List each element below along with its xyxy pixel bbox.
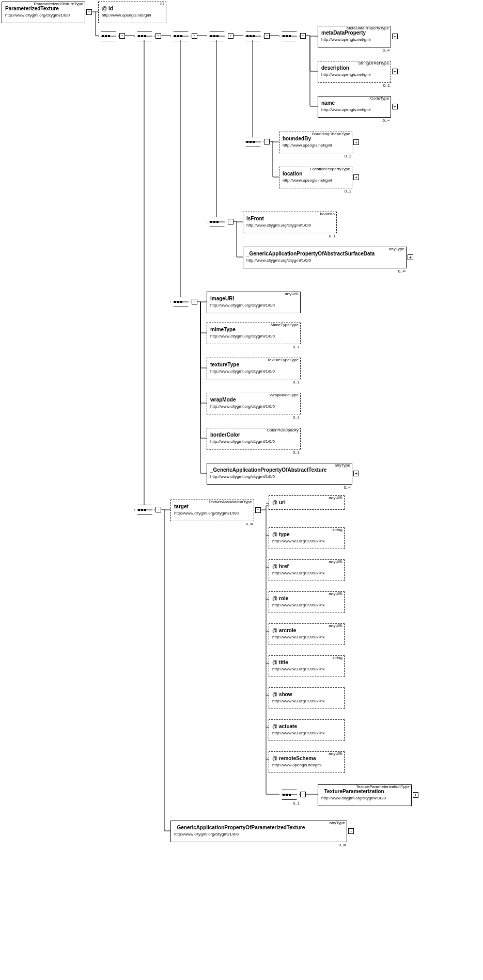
type-label: TextureParameterizationType bbox=[356, 784, 410, 789]
sequence-icon bbox=[134, 505, 155, 515]
sequence-icon bbox=[279, 31, 300, 41]
namespace: http://www.citygml.org/citygml/1/0/0 bbox=[207, 404, 300, 411]
cardinality: 0..∞ bbox=[372, 48, 390, 53]
element-name: _GenericApplicationPropertyOfParameteriz… bbox=[171, 821, 347, 832]
attribute-box: anyURIarcrolehttp://www.w3.org/1999/xlin… bbox=[269, 623, 345, 645]
namespace: http://www.w3.org/1999/xlink bbox=[269, 731, 344, 738]
collapse-icon[interactable]: - bbox=[300, 33, 306, 39]
element-name: _GenericApplicationPropertyOfAbstractSur… bbox=[243, 247, 406, 258]
collapse-icon[interactable]: - bbox=[300, 792, 306, 797]
type-label: string bbox=[332, 527, 342, 532]
sequence-icon bbox=[170, 31, 191, 41]
type-label: anyURI bbox=[329, 495, 342, 500]
cardinality: 0..∞ bbox=[320, 843, 346, 847]
attr-name: show bbox=[269, 688, 344, 699]
sequence-icon bbox=[243, 137, 263, 147]
namespace: http://www.opengis.net/gml bbox=[99, 13, 166, 20]
namespace: http://www.w3.org/1999/xlink bbox=[269, 667, 344, 674]
type-label: LocationPropertyType bbox=[310, 167, 350, 171]
namespace: http://www.citygml.org/citygml/1/0/0 bbox=[207, 334, 300, 341]
namespace: http://www.opengis.net/gml bbox=[279, 178, 352, 185]
collapse-icon[interactable]: - bbox=[264, 33, 270, 39]
expand-icon[interactable]: + bbox=[353, 471, 359, 476]
cardinality: 0..1 bbox=[331, 189, 351, 194]
sequence-icon bbox=[134, 31, 155, 41]
namespace: http://www.citygml.org/citygml/1/0/0 bbox=[2, 13, 85, 20]
expand-icon[interactable]: + bbox=[353, 139, 359, 145]
collapse-icon[interactable]: - bbox=[86, 9, 92, 15]
cardinality: 0..∞ bbox=[385, 269, 406, 274]
namespace: http://www.w3.org/1999/xlink bbox=[269, 539, 344, 546]
collapse-icon[interactable]: - bbox=[228, 33, 233, 39]
namespace: http://www.citygml.org/citygml/1/0/0 bbox=[207, 369, 300, 376]
expand-icon[interactable]: + bbox=[413, 792, 418, 798]
cardinality: 0..1 bbox=[279, 345, 300, 349]
attribute-box: stringtypehttp://www.w3.org/1999/xlink bbox=[269, 527, 345, 549]
type-label: anyType bbox=[389, 247, 404, 251]
collapse-icon[interactable]: - bbox=[255, 507, 261, 513]
attr-name: actuate bbox=[269, 720, 344, 731]
type-label: ColorPlusOpacity bbox=[267, 428, 299, 432]
collapse-icon[interactable]: - bbox=[264, 139, 270, 144]
cardinality: 0..∞ bbox=[372, 118, 390, 123]
collapse-icon[interactable]: - bbox=[155, 507, 161, 512]
element-box: MetaDataPropertyType metaDataProperty ht… bbox=[318, 26, 391, 47]
id-attribute: ID id http://www.opengis.net/gml bbox=[98, 2, 166, 23]
element-box: anyType _GenericApplicationPropertyOfAbs… bbox=[207, 463, 352, 485]
attr-name: id bbox=[99, 2, 166, 13]
sequence-icon bbox=[207, 217, 227, 227]
attribute-box: anyURIrolehttp://www.w3.org/1999/xlink bbox=[269, 591, 345, 613]
element-box: TextureTypeType textureType http://www.c… bbox=[207, 358, 301, 379]
collapse-icon[interactable]: - bbox=[192, 299, 197, 304]
namespace: http://www.citygml.org/citygml/1/0/0 bbox=[171, 832, 347, 839]
element-box: TextureParameterizationType _TexturePara… bbox=[318, 784, 412, 806]
type-label: anyURI bbox=[329, 591, 342, 596]
attribute-box: anyURIremoteSchemahttp://www.opengis.net… bbox=[269, 751, 345, 773]
expand-icon[interactable]: + bbox=[392, 34, 398, 39]
element-box: StringOrRefType description http://www.o… bbox=[318, 61, 391, 83]
type-label: anyURI bbox=[329, 751, 342, 756]
collapse-icon[interactable]: - bbox=[228, 219, 233, 224]
element-box: anyURI imageURI http://www.citygml.org/c… bbox=[207, 292, 301, 313]
namespace: http://www.citygml.org/citygml/1/0/0 bbox=[171, 511, 254, 518]
expand-icon[interactable]: + bbox=[408, 254, 413, 260]
sequence-icon bbox=[279, 790, 300, 800]
sequence-icon bbox=[207, 31, 227, 41]
attribute-box: anyURIuri bbox=[269, 495, 345, 510]
cardinality: 0..∞ bbox=[331, 485, 351, 490]
namespace: http://www.opengis.net/gml bbox=[318, 107, 391, 115]
sequence-icon bbox=[170, 297, 191, 307]
cardinality: 0..1 bbox=[372, 83, 390, 88]
element-box: WrapModeType wrapMode http://www.citygml… bbox=[207, 393, 301, 414]
expand-icon[interactable]: + bbox=[348, 828, 354, 834]
type-label: TextureTypeType bbox=[267, 358, 299, 362]
sequence-icon bbox=[98, 31, 119, 41]
namespace: http://www.opengis.net/gml bbox=[318, 37, 391, 44]
namespace: http://www.citygml.org/citygml/1/0/0 bbox=[243, 258, 406, 265]
collapse-icon[interactable]: - bbox=[155, 33, 161, 39]
namespace: http://www.opengis.net/gml bbox=[318, 72, 391, 79]
element-box: LocationPropertyType location http://www… bbox=[279, 167, 352, 188]
expand-icon[interactable]: + bbox=[392, 104, 398, 109]
type-label: anyURI bbox=[285, 292, 299, 296]
collapse-icon[interactable]: - bbox=[119, 33, 125, 39]
target-element: TextureAssociationType target http://www… bbox=[170, 500, 254, 521]
element-name: _GenericApplicationPropertyOfAbstractTex… bbox=[207, 463, 352, 474]
namespace: http://www.w3.org/1999/xlink bbox=[269, 603, 344, 610]
type-label: ID bbox=[160, 2, 164, 6]
type-label: ParameterizedTextureType bbox=[34, 2, 83, 6]
type-label: StringOrRefType bbox=[358, 61, 389, 66]
namespace: http://www.opengis.net/gml bbox=[269, 763, 344, 770]
namespace: http://www.w3.org/1999/xlink bbox=[269, 635, 344, 642]
attribute-box: stringtitlehttp://www.w3.org/1999/xlink bbox=[269, 655, 345, 677]
expand-icon[interactable]: + bbox=[392, 69, 398, 74]
type-label: CodeType bbox=[370, 96, 389, 101]
expand-icon[interactable]: + bbox=[353, 174, 359, 180]
type-label: anyURI bbox=[329, 623, 342, 628]
type-label: anyType bbox=[335, 463, 350, 468]
type-label: MetaDataPropertyType bbox=[347, 26, 389, 30]
sequence-icon bbox=[243, 31, 263, 41]
collapse-icon[interactable]: - bbox=[192, 33, 197, 39]
element-box: boolean isFront http://www.citygml.org/c… bbox=[243, 212, 337, 233]
cardinality: 0..∞ bbox=[232, 522, 253, 526]
